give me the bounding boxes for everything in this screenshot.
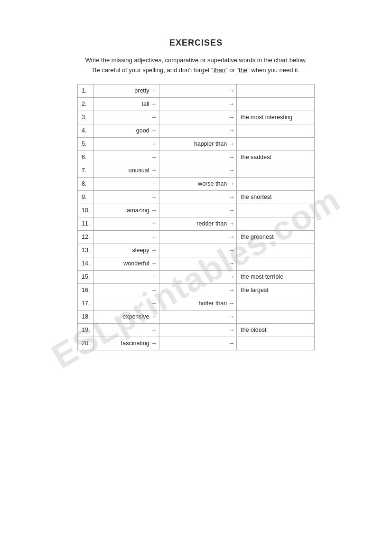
adjective-cell: amazing → [94,204,159,217]
table-row: 12.→→the greenest [78,230,315,244]
table-row: 10.amazing →→ [78,204,315,217]
comparative-cell: → [159,97,237,111]
table-row: 3.→→the most interesting [78,111,315,124]
superlative-cell: the saddest [237,151,315,164]
adjective-cell: → [94,151,159,164]
row-number: 2. [78,97,94,111]
adjective-cell: → [94,230,159,244]
row-number: 3. [78,111,94,124]
superlative-cell [237,217,315,230]
row-number: 17. [78,297,94,310]
row-number: 20. [78,337,94,350]
superlative-cell [237,137,315,151]
adjective-cell: pretty → [94,84,159,97]
instruction-line2: Be careful of your spelling, and don't f… [93,66,300,74]
table-row: 7.unusual →→ [78,164,315,177]
adjective-cell: → [94,283,159,297]
comparative-cell: → [159,190,237,204]
comparative-cell: → [159,323,237,337]
comparative-cell: → [159,151,237,164]
superlative-cell [237,310,315,323]
adjective-cell: → [94,323,159,337]
row-number: 6. [78,151,94,164]
row-number: 9. [78,190,94,204]
page-title: EXERCISES [169,38,223,48]
table-row: 4.good →→ [78,124,315,137]
superlative-cell: the largest [237,283,315,297]
superlative-cell [237,337,315,350]
superlative-cell [237,204,315,217]
comparative-cell: → [159,230,237,244]
table-row: 16.→→the largest [78,283,315,297]
comparative-cell: → [159,204,237,217]
adjective-cell: → [94,137,159,151]
table-row: 2.tall →→ [78,97,315,111]
comparative-cell: → [159,310,237,323]
superlative-cell [237,257,315,270]
row-number: 19. [78,323,94,337]
row-number: 16. [78,283,94,297]
adjective-cell: → [94,270,159,283]
row-number: 4. [78,124,94,137]
table-row: 8.→worse than → [78,177,315,190]
table-row: 13.sleepy →→ [78,244,315,257]
superlative-cell [237,97,315,111]
comparative-cell: → [159,244,237,257]
instructions: Write the missing adjectives, comparativ… [85,56,307,75]
table-row: 9.→→the shortest [78,190,315,204]
row-number: 8. [78,177,94,190]
table-row: 14.wonderful →→ [78,257,315,270]
comparative-cell: → [159,164,237,177]
row-number: 10. [78,204,94,217]
table-row: 19.→→the oldest [78,323,315,337]
comparative-cell: → [159,337,237,350]
comparative-cell: → [159,270,237,283]
superlative-cell: the greenest [237,230,315,244]
row-number: 5. [78,137,94,151]
adjective-cell: tall → [94,97,159,111]
superlative-cell [237,297,315,310]
table-row: 18.expensive →→ [78,310,315,323]
superlative-cell [237,124,315,137]
adjective-cell: expensive → [94,310,159,323]
adjective-cell: → [94,217,159,230]
table-row: 17.→hotter than → [78,297,315,310]
row-number: 7. [78,164,94,177]
superlative-cell: the shortest [237,190,315,204]
row-number: 12. [78,230,94,244]
comparative-cell: happier than → [159,137,237,151]
table-row: 11.→redder than → [78,217,315,230]
table-row: 20.fascinating →→ [78,337,315,350]
table-row: 5.→happier than → [78,137,315,151]
comparative-cell: → [159,84,237,97]
comparative-cell: redder than → [159,217,237,230]
adjective-cell: wonderful → [94,257,159,270]
adjective-cell: good → [94,124,159,137]
row-number: 14. [78,257,94,270]
comparative-cell: → [159,124,237,137]
superlative-cell: the most terrible [237,270,315,283]
superlative-cell [237,177,315,190]
comparative-cell: hotter than → [159,297,237,310]
row-number: 1. [78,84,94,97]
row-number: 11. [78,217,94,230]
superlative-cell [237,244,315,257]
superlative-cell: the most interesting [237,111,315,124]
adjective-cell: → [94,177,159,190]
comparative-cell: → [159,257,237,270]
table-row: 6.→→the saddest [78,151,315,164]
comparative-cell: worse than → [159,177,237,190]
adjective-cell: unusual → [94,164,159,177]
adjective-cell: fascinating → [94,337,159,350]
adjective-cell: → [94,111,159,124]
table-row: 15.→→the most terrible [78,270,315,283]
table-row: 1.pretty →→ [78,84,315,97]
adjective-cell: → [94,297,159,310]
comparative-cell: → [159,111,237,124]
row-number: 15. [78,270,94,283]
adjective-cell: → [94,190,159,204]
superlative-cell [237,84,315,97]
superlative-cell [237,164,315,177]
row-number: 13. [78,244,94,257]
comparative-cell: → [159,283,237,297]
